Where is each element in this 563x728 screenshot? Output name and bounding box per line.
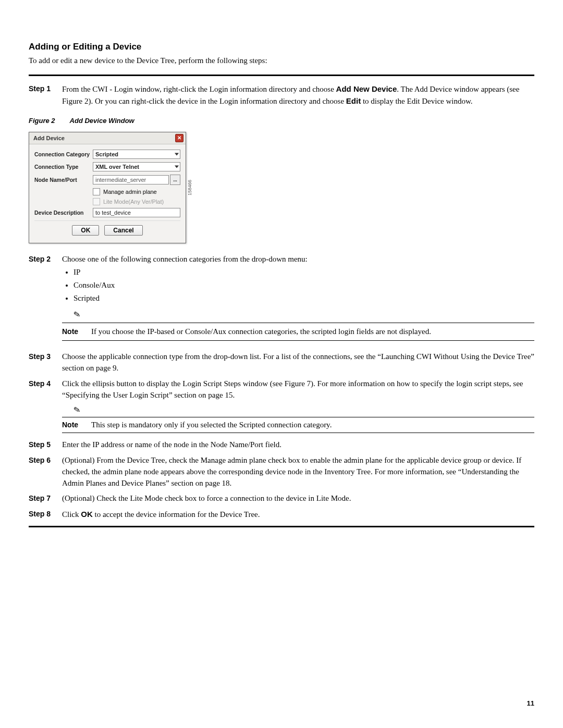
chevron-down-icon: [175, 165, 179, 168]
step-body: Click the ellipsis button to display the…: [62, 378, 534, 401]
step-body: Enter the IP address or name of the node…: [62, 439, 534, 451]
cancel-button[interactable]: Cancel: [104, 225, 142, 236]
step-label: Step 5: [29, 439, 62, 450]
note-block: ✎ Note This step is mandatory only if yo…: [62, 405, 534, 433]
rule-bottom: [29, 526, 534, 527]
step-label: Step 2: [29, 254, 62, 264]
label: Node Name/Port: [34, 177, 93, 183]
step-label: Step 1: [29, 83, 62, 94]
pencil-icon: ✎: [72, 404, 81, 415]
list-item: Scripted: [74, 293, 534, 304]
connection-type-combo[interactable]: XML over Telnet: [93, 162, 180, 171]
note-block: ✎ Note If you choose the IP-based or Con…: [62, 309, 534, 341]
label: Connection Category: [34, 151, 93, 157]
section-heading: Adding or Editing a Device: [29, 42, 534, 52]
note-text: If you choose the IP-based or Console/Au…: [91, 326, 431, 338]
bold: Edit: [346, 96, 361, 105]
button-row: OK Cancel: [34, 220, 180, 241]
figure-add-device: Add Device ✕ Connection Category Scripte…: [29, 132, 191, 243]
text: Click: [62, 510, 81, 519]
note-label: Note: [62, 421, 91, 429]
note-text: This step is mandatory only if you selec…: [91, 421, 332, 429]
step-body: Choose the applicable connection type fr…: [62, 351, 534, 374]
step-label: Step 3: [29, 351, 62, 362]
step-5: Step 5 Enter the IP address or name of t…: [29, 439, 534, 451]
step-body: (Optional) From the Device Tree, check t…: [62, 455, 534, 489]
page-number: 11: [29, 699, 534, 707]
step-2: Step 2 Choose one of the following conne…: [29, 254, 534, 348]
combo-value: Scripted: [95, 151, 118, 157]
step-label: Step 6: [29, 455, 62, 465]
bullet-list: IP Console/Aux Scripted: [62, 267, 534, 304]
checkbox-icon: [93, 198, 100, 205]
step-7: Step 7 (Optional) Check the Lite Mode ch…: [29, 493, 534, 504]
rule-top: [29, 75, 534, 76]
step-body: From the CWI - Login window, right-click…: [62, 83, 534, 107]
checkbox-label: Lite Mode(Any Ver/Plat): [103, 199, 164, 205]
step-8: Step 8 Click OK to accept the device inf…: [29, 509, 534, 521]
step-body: (Optional) Check the Lite Mode check box…: [62, 493, 534, 504]
step-1: Step 1 From the CWI - Login window, righ…: [29, 83, 534, 107]
chevron-down-icon: [175, 153, 179, 155]
step-3: Step 3 Choose the applicable connection …: [29, 351, 534, 374]
combo-value: XML over Telnet: [95, 164, 139, 170]
step-6: Step 6 (Optional) From the Device Tree, …: [29, 455, 534, 489]
step-label: Step 8: [29, 509, 62, 519]
figure-id: 158466: [187, 179, 192, 195]
input-value: to test_device: [95, 209, 131, 216]
row-connection-type: Connection Type XML over Telnet: [34, 162, 180, 171]
text: to accept the device information for the…: [93, 510, 260, 519]
step-label: Step 7: [29, 493, 62, 503]
row-node-name: Node Name/Port intermediate_server ...: [34, 175, 180, 185]
intro-text: To add or edit a new device to the Devic…: [29, 56, 534, 65]
bold: Add New Device: [336, 84, 397, 93]
row-lite-mode: Lite Mode(Any Ver/Plat): [93, 198, 180, 205]
text: Choose one of the following connection c…: [62, 255, 308, 263]
step-label: Step 4: [29, 378, 62, 389]
add-device-window: Add Device ✕ Connection Category Scripte…: [29, 132, 186, 243]
list-item: IP: [74, 267, 534, 278]
close-icon[interactable]: ✕: [175, 134, 183, 142]
connection-category-combo[interactable]: Scripted: [93, 150, 180, 159]
row-manage-admin[interactable]: Manage admin plane: [93, 188, 180, 195]
label: Device Description: [34, 209, 93, 216]
window-titlebar: Add Device ✕: [29, 132, 186, 144]
step-4: Step 4 Click the ellipsis button to disp…: [29, 378, 534, 401]
node-name-input[interactable]: intermediate_server: [93, 175, 169, 184]
step-body: Choose one of the following connection c…: [62, 254, 534, 348]
checkbox-label: Manage admin plane: [103, 189, 157, 195]
pencil-icon: ✎: [72, 308, 81, 321]
row-connection-category: Connection Category Scripted: [34, 150, 180, 159]
ellipsis-button[interactable]: ...: [170, 175, 180, 185]
row-device-description: Device Description to test_device: [34, 208, 180, 217]
figure-number: Figure 2: [29, 117, 55, 125]
input-value: intermediate_server: [95, 177, 146, 183]
list-item: Console/Aux: [74, 280, 534, 291]
window-title: Add Device: [33, 135, 65, 141]
checkbox-icon[interactable]: [93, 188, 100, 195]
text: From the CWI - Login window, right-click…: [62, 85, 336, 93]
label: Connection Type: [34, 164, 93, 170]
ok-button[interactable]: OK: [72, 225, 99, 236]
text: to display the Edit Device window.: [361, 97, 472, 105]
step-body: Click OK to accept the device informatio…: [62, 509, 534, 521]
note-label: Note: [62, 326, 91, 337]
bold: OK: [81, 510, 93, 519]
figure-caption: Figure 2Add Device Window: [29, 117, 534, 125]
device-description-input[interactable]: to test_device: [93, 208, 180, 217]
figure-title: Add Device Window: [70, 117, 134, 125]
